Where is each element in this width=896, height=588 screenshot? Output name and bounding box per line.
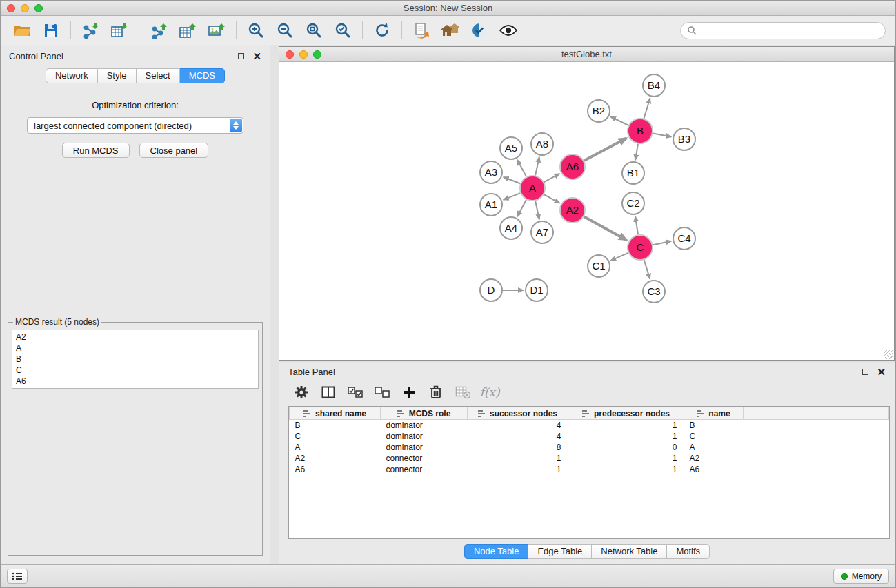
graph-edge-A-A7[interactable] [535,201,539,220]
graph-node-A4[interactable]: A4 [500,217,522,239]
function-builder-button[interactable]: f(x) [479,383,500,401]
graph-node-B2[interactable]: B2 [588,100,610,122]
network-minimize-button[interactable] [299,50,308,59]
mcds-result-item[interactable]: B [12,354,258,365]
graph-node-B3[interactable]: B3 [673,128,695,150]
graph-node-C3[interactable]: C3 [643,281,665,303]
column-header[interactable]: shared name [290,407,381,420]
tab-network[interactable]: Network [46,68,98,83]
mcds-result-item[interactable]: A [12,343,258,354]
graph-edge-A6-B[interactable] [584,138,627,161]
graph-node-A2[interactable]: A2 [560,198,585,223]
show-details-button[interactable] [494,17,523,43]
mcds-result-item[interactable]: A2 [12,332,258,343]
delete-column-button[interactable] [426,383,446,401]
table-row[interactable]: A6connector11A6 [290,464,889,475]
network-zoom-button[interactable] [313,50,321,59]
table-settings-button[interactable] [291,383,312,401]
mcds-result-item[interactable]: A6 [12,376,258,387]
table-tab-network-table[interactable]: Network Table [592,544,667,559]
table-tab-motifs[interactable]: Motifs [667,544,710,559]
deselect-all-button[interactable] [372,383,392,401]
graph-node-D1[interactable]: D1 [526,279,548,301]
minimize-window-button[interactable] [21,4,29,12]
graph-node-B4[interactable]: B4 [643,74,665,97]
column-header[interactable]: predecessor nodes [568,407,684,420]
graph-edge-A-A4[interactable] [517,200,526,216]
graph-edge-A-A5[interactable] [517,160,526,176]
open-session-button[interactable] [8,17,37,43]
table-row[interactable]: Adominator80A [290,442,889,453]
graph-node-A6[interactable]: A6 [560,154,585,179]
zoom-fit-button[interactable] [299,17,328,43]
criterion-select[interactable]: largest connected component (directed) [27,117,243,134]
column-header[interactable]: successor nodes [468,407,568,420]
graph-node-A8[interactable]: A8 [531,133,553,155]
task-history-button[interactable] [7,569,28,584]
mcds-result-item[interactable]: C [12,365,258,376]
graph-node-A1[interactable]: A1 [480,194,502,216]
graph-edge-B-B4[interactable] [644,98,650,119]
graph-edge-C-C1[interactable] [610,253,628,261]
graph-node-A[interactable]: A [520,176,545,201]
network-canvas[interactable]: B4B2BB3A5A8A6B1A3AC2A1A2A4A7C4CC1C3DD1 [279,62,894,360]
table-tab-edge-table[interactable]: Edge Table [528,544,592,559]
save-session-button[interactable] [37,17,66,43]
first-neighbors-button[interactable] [407,17,436,43]
graph-edge-B-B3[interactable] [653,134,672,137]
graph-edge-B-B2[interactable] [610,116,628,125]
apply-style-button[interactable] [465,17,494,43]
import-network-button[interactable] [76,17,105,43]
close-panel-button[interactable]: Close panel [139,143,209,158]
close-window-button[interactable] [7,4,15,12]
graph-node-A7[interactable]: A7 [531,221,553,243]
table-close-icon[interactable]: ✕ [877,367,886,377]
graph-node-B1[interactable]: B1 [622,162,644,184]
close-panel-x-icon[interactable]: ✕ [252,51,261,61]
graph-node-C[interactable]: C [628,235,653,260]
graph-edge-A-A1[interactable] [504,193,521,200]
add-column-button[interactable] [399,383,419,401]
select-all-button[interactable] [345,383,366,401]
refresh-layout-button[interactable] [368,17,397,43]
graph-edge-B-B1[interactable] [635,144,638,161]
graph-edge-A-A8[interactable] [535,157,539,176]
graph-edge-C-C3[interactable] [644,260,650,279]
show-columns-button[interactable] [318,383,339,401]
zoom-in-button[interactable] [241,17,270,43]
network-close-button[interactable] [286,50,294,59]
zoom-selected-button[interactable] [328,17,357,43]
tab-style[interactable]: Style [98,68,137,83]
search-input[interactable] [700,26,879,36]
graph-node-C2[interactable]: C2 [622,192,644,214]
import-table-button[interactable] [105,17,134,43]
tab-select[interactable]: Select [137,68,180,83]
graph-node-C1[interactable]: C1 [588,255,610,277]
graph-node-B[interactable]: B [628,119,653,143]
export-table-button[interactable] [173,17,202,43]
table-row[interactable]: A2connector11A2 [290,453,889,464]
column-header[interactable]: name [684,407,744,420]
column-header[interactable]: MCDS role [381,407,468,420]
resize-grip[interactable] [884,350,893,359]
table-tab-node-table[interactable]: Node Table [464,544,529,559]
graph-edge-A-A6[interactable] [544,174,560,182]
graph-edge-C-C4[interactable] [653,241,672,245]
table-row[interactable]: Bdominator41B [290,420,889,431]
graph-node-A5[interactable]: A5 [500,137,522,159]
float-panel-icon[interactable] [238,53,244,59]
memory-button[interactable]: Memory [833,569,889,584]
zoom-window-button[interactable] [34,4,43,12]
graph-node-D[interactable]: D [480,279,502,301]
zoom-out-button[interactable] [270,17,299,43]
graph-edge-A2-C[interactable] [584,216,627,240]
tab-mcds[interactable]: MCDS [180,68,225,83]
table-float-icon[interactable] [862,369,868,375]
delete-table-button[interactable] [452,383,473,401]
show-all-button[interactable] [436,17,465,43]
graph-edge-C-C2[interactable] [635,216,638,234]
graph-node-A3[interactable]: A3 [480,161,502,183]
graph-node-C4[interactable]: C4 [673,227,695,250]
export-image-button[interactable] [202,17,231,43]
network-graph[interactable]: B4B2BB3A5A8A6B1A3AC2A1A2A4A7C4CC1C3DD1 [279,62,894,360]
